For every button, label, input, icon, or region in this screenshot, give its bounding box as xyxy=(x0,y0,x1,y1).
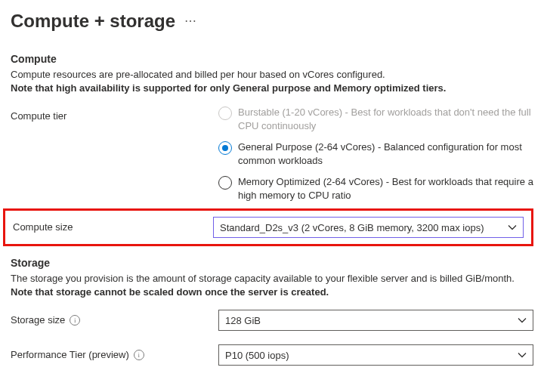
chevron-down-icon xyxy=(508,223,517,232)
storage-size-value: 128 GiB xyxy=(225,315,261,326)
radio-memory-optimized[interactable]: Memory Optimized (2-64 vCores) - Best fo… xyxy=(218,175,533,202)
radio-burstable-control xyxy=(218,106,232,120)
performance-tier-label: Performance Tier (preview) i xyxy=(11,344,218,360)
compute-description-note: Note that high availability is supported… xyxy=(11,82,446,94)
info-icon[interactable]: i xyxy=(134,350,144,360)
compute-size-highlight: Compute size Standard_D2s_v3 (2 vCores, … xyxy=(3,208,533,246)
compute-tier-radiogroup: Burstable (1-20 vCores) - Best for workl… xyxy=(218,106,533,202)
storage-description-note: Note that storage cannot be scaled down … xyxy=(11,286,329,298)
chevron-down-icon xyxy=(518,316,527,325)
radio-general-purpose-label: General Purpose (2-64 vCores) - Balanced… xyxy=(238,140,533,168)
radio-burstable: Burstable (1-20 vCores) - Best for workl… xyxy=(218,106,533,133)
performance-tier-label-text: Performance Tier (preview) xyxy=(11,349,129,360)
storage-size-label-text: Storage size xyxy=(11,314,65,326)
storage-size-dropdown[interactable]: 128 GiB xyxy=(218,310,533,331)
storage-description-text: The storage you provision is the amount … xyxy=(11,273,515,284)
radio-burstable-label: Burstable (1-20 vCores) - Best for workl… xyxy=(238,106,533,133)
compute-tier-label: Compute tier xyxy=(11,106,218,122)
performance-tier-dropdown[interactable]: P10 (500 iops) xyxy=(218,344,533,366)
more-menu-icon[interactable]: ⋯ xyxy=(184,15,196,27)
compute-size-value: Standard_D2s_v3 (2 vCores, 8 GiB memory,… xyxy=(220,222,484,233)
compute-section-heading: Compute xyxy=(11,53,533,65)
radio-memory-optimized-label: Memory Optimized (2-64 vCores) - Best fo… xyxy=(238,175,533,202)
radio-general-purpose-control[interactable] xyxy=(218,141,232,155)
radio-memory-optimized-control[interactable] xyxy=(218,176,232,190)
radio-general-purpose[interactable]: General Purpose (2-64 vCores) - Balanced… xyxy=(218,140,533,168)
compute-size-dropdown[interactable]: Standard_D2s_v3 (2 vCores, 8 GiB memory,… xyxy=(213,217,524,238)
chevron-down-icon xyxy=(518,350,527,360)
compute-size-label: Compute size xyxy=(13,217,213,233)
performance-tier-value: P10 (500 iops) xyxy=(225,350,289,361)
storage-description: The storage you provision is the amount … xyxy=(11,272,533,299)
info-icon[interactable]: i xyxy=(70,315,80,326)
compute-description: Compute resources are pre-allocated and … xyxy=(11,68,533,95)
storage-section-heading: Storage xyxy=(11,257,533,269)
compute-description-text: Compute resources are pre-allocated and … xyxy=(11,69,385,80)
page-title: Compute + storage xyxy=(11,11,175,32)
storage-size-label: Storage size i xyxy=(11,310,218,326)
